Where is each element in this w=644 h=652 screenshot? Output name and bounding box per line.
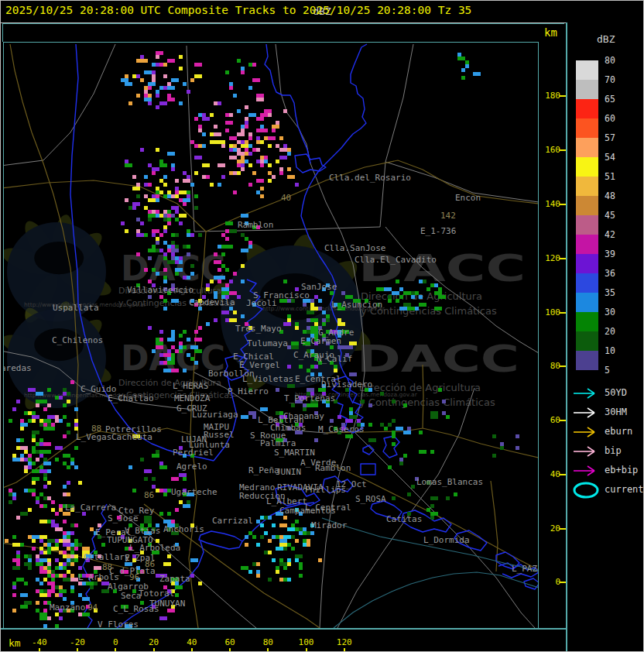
place-label: Agrelo (176, 462, 207, 472)
x-axis-label: 20 (141, 637, 167, 647)
place-label: L_Central (305, 503, 351, 513)
track-arrow-icon-eburn (571, 424, 602, 441)
colorbar-scale-label: 54 (605, 152, 615, 163)
place-label: Clla.SanJose (324, 243, 385, 253)
legend-label: eburn (605, 426, 632, 437)
place-label: Totoral (139, 589, 174, 599)
place-label: Anchoris (163, 524, 204, 534)
place-label: Capdevila (189, 297, 235, 307)
legend-item-30HM: 30HM (567, 404, 644, 421)
place-label: R_Peña (248, 465, 279, 475)
place-label: Villavicencio (127, 285, 194, 295)
y-axis-label: 140 (540, 199, 560, 209)
colorbar-swatch (576, 293, 598, 312)
colorbar-scale-label: 65 (605, 94, 615, 105)
colorbar-swatch (576, 60, 598, 80)
colorbar-scale-label: 35 (605, 287, 615, 298)
legend-label: 30HM (605, 407, 627, 417)
track-arrow-icon-50YD (571, 385, 602, 402)
place-label: JUNIN (276, 467, 301, 477)
place-label: Mirador (311, 520, 348, 530)
place-label: Catitas (386, 514, 422, 524)
route-number-label: 86 (144, 490, 154, 500)
route-number-label: 86 (145, 559, 155, 569)
place-label: MENDOZA (174, 393, 211, 403)
boundary-line (380, 44, 413, 227)
colorbar-swatch (576, 196, 598, 215)
place-label: Chapanay (283, 411, 324, 421)
x-axis-tick (77, 648, 78, 652)
timestamp-status-text: 2025/10/25 20:28:00 UTC Composite Tracks… (5, 4, 471, 16)
place-label: E_Carmen (300, 336, 341, 346)
x-axis-label: 120 (331, 637, 358, 647)
legend-item-bip: bip (567, 443, 644, 460)
x-axis-tick (306, 648, 307, 652)
colorbar-swatch (576, 157, 598, 177)
x-axis-label: 40 (179, 637, 205, 647)
route-number-label: 142 (440, 211, 456, 221)
colorbar-scale-label: 36 (605, 268, 615, 279)
colorbar-swatch (576, 99, 598, 118)
place-label: L_Asuncion (331, 300, 382, 310)
place-label: C_L_Rosas (113, 604, 159, 614)
colorbar-scale-label: 60 (605, 113, 615, 124)
colorbar-scale-label: 42 (605, 229, 615, 240)
y-axis-tick (560, 95, 566, 97)
boundary-line (194, 227, 380, 232)
y-axis-label: 0 (540, 577, 560, 587)
colorbar-swatch (576, 215, 598, 235)
place-label: L_PAZ (512, 564, 537, 574)
y-axis-label: 120 (540, 253, 560, 263)
place-label: Perdriel (173, 448, 214, 458)
colorbar-swatch (576, 254, 598, 273)
y-axis-label: 180 (540, 91, 560, 101)
colorbar-swatch (576, 80, 598, 99)
track-arrow-icon-eb+bip (571, 462, 602, 479)
colorbar-scale-label: 10 (605, 345, 615, 356)
place-label: S_MARTIN (274, 448, 315, 458)
route-number-label: 40 (281, 193, 291, 203)
place-label: Clla.El_Cavadito (355, 255, 437, 265)
radar-app-window: dBZ 2025/10/25 20:28:00 UTC Composite Tr… (0, 0, 644, 652)
radar-map-canvas[interactable]: DACCDACCDACCDACCDirección de Agricultura… (3, 42, 539, 629)
radar-map-svg[interactable]: DACCDACCDACCDACCDirección de Agricultura… (4, 43, 538, 628)
y-axis-tick (560, 365, 566, 367)
y-axis-tick (560, 258, 566, 259)
colorbar-scale-label: 51 (605, 171, 615, 182)
river-line (301, 44, 367, 216)
place-label: C_Chilenos (52, 335, 103, 345)
boundary-line (4, 44, 115, 166)
legend-label: 50YD (605, 387, 627, 398)
place-label: Luzuriaga (192, 410, 238, 420)
colorbar-swatch (576, 177, 598, 196)
place-label: Encon (455, 193, 481, 203)
x-axis-label: 80 (255, 637, 281, 647)
legend-item-current: current (567, 482, 644, 499)
place-label: Ugarteche (171, 487, 218, 497)
y-axis-tick (560, 582, 566, 583)
legend-item-eb+bip: eb+bip (567, 462, 644, 479)
place-label: M_Caseros (318, 424, 365, 434)
legend-label: eb+bip (605, 465, 638, 475)
current-cell-ellipse-icon (571, 482, 602, 499)
river-line (361, 464, 375, 475)
place-label: aredas (4, 363, 32, 373)
place-label: S_Jose (108, 513, 139, 523)
y-axis-label: 60 (540, 415, 560, 425)
x-axis-label: 0 (102, 637, 128, 647)
y-axis-tick (560, 312, 566, 314)
place-label: E_Challao (108, 393, 154, 403)
place-label: Manzano (50, 602, 85, 613)
x-axis-tick (344, 648, 345, 652)
place-label: Gltallary (84, 552, 130, 562)
legend-item-50YD: 50YD (567, 385, 644, 402)
place-label: S_ROSA (355, 494, 386, 504)
colorbar-scale-label: 5 (605, 365, 610, 376)
colorbar-scale-label: 39 (605, 249, 615, 259)
colorbar-swatch (576, 331, 598, 351)
colorbar-scale-label: 57 (605, 132, 615, 143)
legend-item-eburn: eburn (567, 424, 644, 441)
x-axis-tick (229, 648, 231, 652)
place-label: Cacheuta (111, 432, 152, 442)
y-axis-tick (560, 528, 566, 530)
